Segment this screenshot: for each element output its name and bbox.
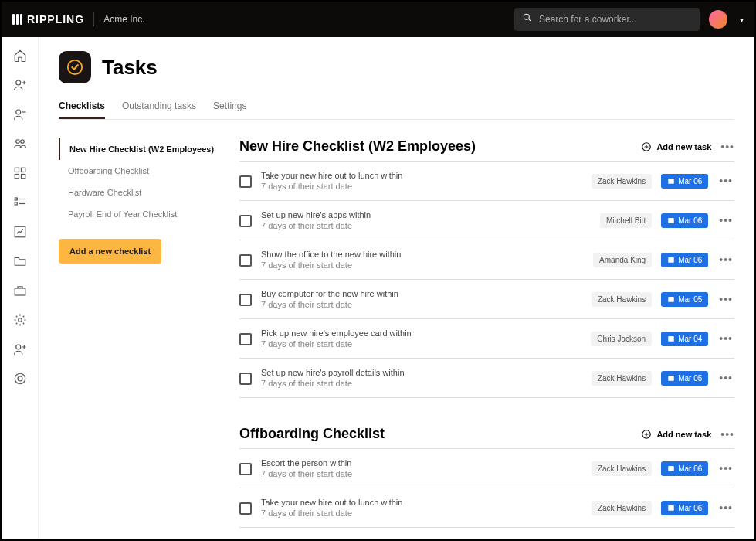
date-chip[interactable]: Mar 06	[661, 174, 708, 189]
task-more-icon[interactable]: •••	[717, 462, 734, 475]
assignee-chip[interactable]: Chris Jackson	[591, 332, 652, 346]
task-checkbox[interactable]	[239, 294, 252, 306]
gear-icon[interactable]	[12, 312, 28, 328]
briefcase-icon[interactable]	[12, 283, 28, 298]
task-line2: 7 days of their start date	[261, 182, 582, 191]
task-checkbox[interactable]	[239, 463, 252, 475]
home-icon[interactable]	[12, 48, 28, 63]
svg-point-17	[15, 345, 20, 349]
task-more-icon[interactable]: •••	[717, 372, 734, 384]
tab-checklists[interactable]: Checklists	[59, 94, 105, 119]
side-checklist-item[interactable]: New Hire Checklist (W2 Employees)	[59, 138, 221, 160]
task-line2: 7 days of their start date	[261, 509, 582, 518]
svg-point-19	[18, 376, 22, 381]
org-name[interactable]: Acme Inc.	[103, 14, 144, 25]
checklist-title: Offboarding Checklist	[239, 426, 385, 442]
date-chip[interactable]: Mar 06	[661, 501, 708, 515]
list-icon[interactable]	[12, 195, 28, 210]
assignee-chip[interactable]: Zack Hawkins	[592, 292, 652, 307]
task-line2: 7 days of their start date	[261, 300, 582, 309]
leftnav	[2, 37, 39, 539]
task-more-icon[interactable]: •••	[717, 253, 734, 266]
checklist-block: New Hire Checklist (W2 Employees)Add new…	[239, 138, 734, 398]
date-chip[interactable]: Mar 06	[661, 461, 708, 476]
task-more-icon[interactable]: •••	[717, 293, 734, 305]
task-text: Set up new hire's apps within7 days of t…	[261, 210, 591, 230]
svg-rect-22	[668, 179, 674, 184]
tasks-app-icon	[59, 51, 91, 83]
task-checkbox[interactable]	[239, 502, 252, 515]
search-box[interactable]	[514, 8, 700, 31]
side-checklist-item[interactable]: Hardware Checklist	[60, 182, 221, 203]
assignee-chip[interactable]: Zack Hawkins	[592, 501, 652, 515]
task-line1: Pick up new hire's employee card within	[261, 328, 581, 338]
date-chip[interactable]: Mar 06	[661, 253, 708, 267]
task-row: Set up new hire's payroll details within…	[239, 358, 734, 398]
lifebuoy-icon[interactable]	[12, 371, 28, 386]
tab-settings[interactable]: Settings	[213, 94, 246, 119]
assignee-chip[interactable]: Amanda King	[593, 253, 652, 267]
task-text: Buy computer for the new hire within7 da…	[261, 289, 582, 309]
task-line2: 7 days of their start date	[261, 339, 581, 349]
checklists-area: New Hire Checklist (W2 Employees)Add new…	[239, 138, 734, 539]
task-row: Show the office to the new hire within7 …	[239, 240, 734, 279]
svg-rect-15	[15, 288, 25, 295]
side-checklist-item[interactable]: Offboarding Checklist	[60, 160, 221, 182]
task-text: Set up new hire's payroll details within…	[261, 368, 582, 388]
task-more-icon[interactable]: •••	[717, 502, 734, 514]
task-checkbox[interactable]	[239, 254, 252, 267]
side-panel: New Hire Checklist (W2 Employees)Offboar…	[59, 138, 221, 539]
search-input[interactable]	[539, 14, 692, 25]
user-add-icon[interactable]	[12, 342, 28, 357]
folder-icon[interactable]	[12, 253, 28, 269]
assignee-chip[interactable]: Zack Hawkins	[592, 461, 652, 476]
task-more-icon[interactable]: •••	[717, 214, 734, 226]
task-row: Take your new hire out to lunch within7 …	[239, 161, 734, 200]
add-checklist-button[interactable]: Add a new checklist	[59, 239, 161, 264]
task-line1: Take your new hire out to lunch within	[261, 171, 582, 180]
side-checklist-item[interactable]: Payroll End of Year Checklist	[60, 203, 221, 225]
person-plus-icon[interactable]	[12, 77, 28, 93]
date-chip[interactable]: Mar 05	[661, 292, 708, 307]
checklist-block: Offboarding ChecklistAdd new task•••Esco…	[239, 426, 734, 528]
task-checkbox[interactable]	[239, 175, 252, 188]
checklist-more-icon[interactable]: •••	[720, 141, 734, 153]
svg-point-5	[20, 140, 24, 144]
svg-rect-7	[21, 168, 25, 172]
svg-rect-12	[15, 202, 17, 205]
task-text: Escort the person within7 days of their …	[261, 458, 582, 478]
task-line1: Take your new hire out to lunch within	[261, 498, 582, 507]
svg-point-2	[15, 80, 20, 85]
task-checkbox[interactable]	[239, 333, 252, 345]
add-task-button[interactable]: Add new task	[641, 429, 711, 440]
chevron-down-icon[interactable]: ▾	[740, 15, 744, 24]
date-chip[interactable]: Mar 05	[661, 371, 708, 386]
chart-icon[interactable]	[12, 224, 28, 240]
tabs: ChecklistsOutstanding tasksSettings	[59, 94, 734, 120]
brand[interactable]: RIPPLING	[12, 13, 84, 26]
add-task-button[interactable]: Add new task	[641, 141, 711, 152]
task-checkbox[interactable]	[239, 215, 252, 227]
date-chip[interactable]: Mar 06	[661, 213, 708, 228]
task-line2: 7 days of their start date	[261, 221, 591, 230]
task-more-icon[interactable]: •••	[717, 332, 734, 345]
tab-outstanding-tasks[interactable]: Outstanding tasks	[122, 94, 196, 119]
grid-icon[interactable]	[12, 165, 28, 181]
checklist-header: New Hire Checklist (W2 Employees)Add new…	[239, 138, 734, 155]
date-chip[interactable]: Mar 04	[661, 332, 708, 346]
checklist-title: New Hire Checklist (W2 Employees)	[239, 138, 476, 155]
task-more-icon[interactable]: •••	[717, 175, 734, 187]
svg-rect-6	[15, 168, 19, 172]
people-icon[interactable]	[12, 136, 28, 151]
task-line1: Set up new hire's apps within	[261, 210, 591, 219]
avatar[interactable]	[709, 10, 727, 29]
svg-rect-24	[668, 257, 674, 263]
task-checkbox[interactable]	[239, 373, 252, 385]
person-minus-icon[interactable]	[12, 107, 28, 122]
svg-rect-26	[668, 336, 674, 342]
assignee-chip[interactable]: Zack Hawkins	[592, 174, 652, 189]
assignee-chip[interactable]: Zack Hawkins	[592, 371, 652, 386]
task-text: Pick up new hire's employee card within7…	[261, 328, 581, 349]
assignee-chip[interactable]: Mitchell Bitt	[600, 213, 652, 228]
checklist-more-icon[interactable]: •••	[720, 428, 734, 441]
